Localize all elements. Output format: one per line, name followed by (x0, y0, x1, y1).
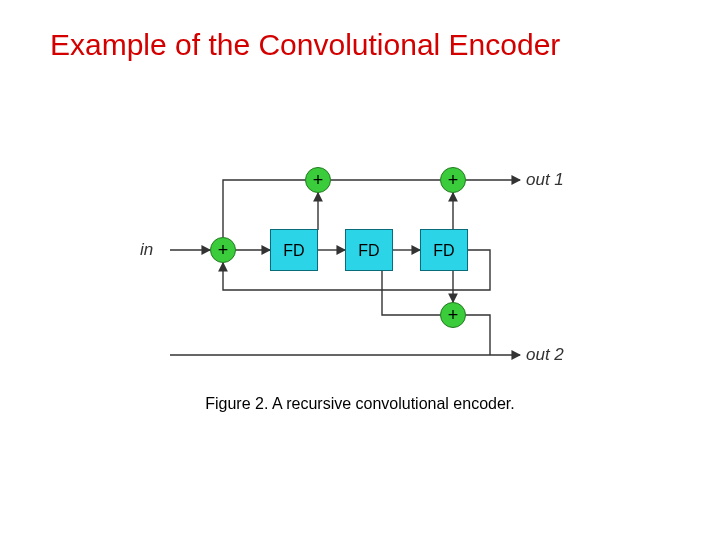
figure-caption: Figure 2. A recursive convolutional enco… (0, 395, 720, 413)
slide-title: Example of the Convolutional Encoder (50, 28, 560, 62)
label-in: in (140, 240, 153, 260)
adder-top-2: + (440, 167, 466, 193)
flipflop-3: FD (420, 229, 468, 271)
flipflop-1: FD (270, 229, 318, 271)
adder-feedback: + (210, 237, 236, 263)
adder-bottom: + (440, 302, 466, 328)
encoder-diagram: in out 1 out 2 + + + + FD FD FD (150, 140, 570, 370)
flipflop-2: FD (345, 229, 393, 271)
adder-top-1: + (305, 167, 331, 193)
label-out2: out 2 (526, 345, 564, 365)
label-out1: out 1 (526, 170, 564, 190)
